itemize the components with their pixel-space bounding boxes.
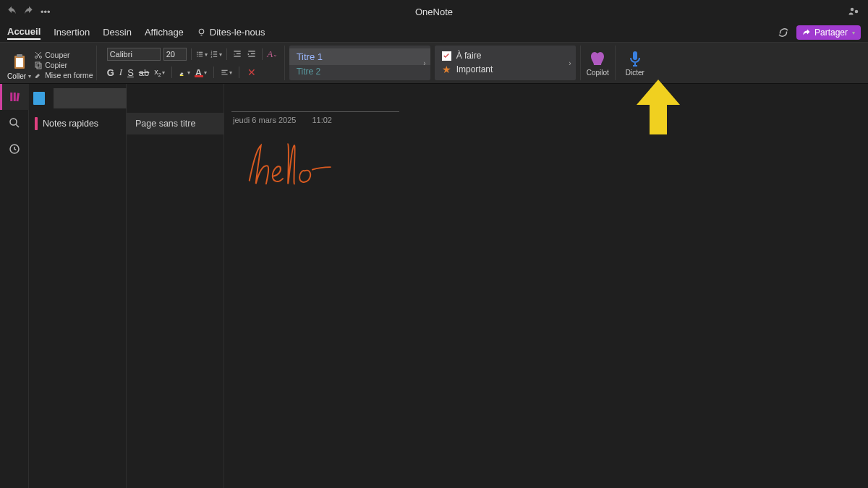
svg-rect-6 — [16, 58, 23, 67]
lightbulb-icon — [197, 27, 206, 37]
ribbon-tabs: Accueil Insertion Dessin Affichage Dites… — [0, 23, 868, 42]
font-family-select[interactable] — [107, 48, 161, 61]
svg-rect-16 — [198, 56, 203, 56]
italic-button[interactable]: I — [119, 67, 122, 78]
title-underline — [231, 111, 399, 112]
chevron-down-icon: ▾ — [852, 30, 855, 36]
svg-rect-28 — [248, 56, 255, 56]
redo-icon[interactable] — [23, 6, 35, 17]
style-heading2[interactable]: Titre 2 — [297, 67, 423, 77]
styles-group: Titre 1 Titre 2 › — [289, 46, 430, 80]
ribbon: Coller▾ Couper Copier Mise en forme ▾ 12… — [0, 42, 868, 84]
cut-button[interactable]: Couper — [34, 50, 93, 60]
copy-button[interactable]: Copier — [34, 60, 93, 70]
note-datetime: jeudi 6 mars 2025 11:02 — [233, 116, 332, 124]
ink-hello — [240, 139, 349, 199]
tags-gallery[interactable]: À faire ★ Important › — [435, 46, 576, 80]
svg-rect-14 — [198, 54, 203, 55]
title-bar: ••• OneNote — [0, 0, 868, 23]
svg-rect-10 — [37, 64, 41, 69]
section-quicknotes[interactable]: Notes rapides — [29, 113, 126, 134]
svg-point-1 — [855, 10, 859, 14]
svg-rect-29 — [180, 75, 184, 76]
page-untitled[interactable]: Page sans titre — [127, 113, 224, 134]
collab-icon[interactable] — [848, 5, 861, 18]
tab-view[interactable]: Affichage — [145, 27, 184, 39]
font-group: ▾ 123▾ A⌄ G I S ab x2▾ ▾ A▾ ▾ ✕ — [101, 46, 285, 80]
tag-important[interactable]: ★ Important — [442, 62, 569, 77]
svg-text:3: 3 — [210, 56, 212, 59]
svg-rect-33 — [633, 51, 637, 60]
bold-button[interactable]: G — [107, 67, 114, 78]
sections-panel: Notes rapides — [29, 84, 127, 488]
dictate-button[interactable]: Dicter — [620, 46, 650, 80]
svg-rect-34 — [10, 93, 12, 101]
styles-gallery[interactable]: Titre 1 Titre 2 › — [289, 46, 430, 80]
format-painter-button[interactable]: Mise en forme — [34, 70, 93, 80]
copilot-group[interactable]: Copilot — [580, 46, 616, 80]
svg-rect-35 — [14, 93, 16, 101]
svg-rect-25 — [234, 56, 240, 56]
svg-rect-12 — [198, 52, 203, 53]
svg-point-13 — [197, 53, 197, 54]
subscript-button[interactable]: x2▾ — [154, 67, 164, 77]
section-color-chip — [35, 117, 38, 130]
clipboard-icon — [11, 53, 28, 72]
svg-point-37 — [10, 119, 17, 125]
notebook-icon[interactable] — [33, 92, 45, 105]
underline-button[interactable]: S — [127, 67, 134, 78]
font-size-select[interactable] — [163, 48, 187, 61]
paste-button[interactable]: Coller▾ — [7, 53, 31, 80]
copy-icon — [34, 61, 43, 69]
svg-point-11 — [197, 52, 197, 53]
indent-button[interactable] — [246, 48, 258, 60]
svg-line-38 — [16, 124, 19, 127]
note-canvas[interactable]: jeudi 6 mars 2025 11:02 — [224, 84, 868, 488]
tab-home[interactable]: Accueil — [7, 26, 41, 40]
paintbrush-icon — [34, 71, 43, 80]
svg-point-2 — [199, 29, 204, 34]
rail-search[interactable] — [0, 110, 29, 136]
svg-point-0 — [851, 8, 854, 12]
number-list-button[interactable]: 123▾ — [210, 48, 222, 60]
svg-rect-36 — [16, 93, 20, 102]
bullet-list-button[interactable]: ▾ — [196, 48, 208, 60]
svg-rect-24 — [236, 53, 240, 54]
svg-rect-9 — [35, 62, 40, 67]
microphone-icon — [626, 50, 644, 67]
tab-insert[interactable]: Insertion — [54, 27, 90, 39]
tab-tellme[interactable]: Dites-le-nous — [197, 27, 265, 39]
delete-button[interactable]: ✕ — [246, 67, 258, 78]
books-icon — [9, 90, 22, 103]
share-button[interactable]: Partager ▾ — [796, 25, 861, 40]
highlight-button[interactable]: ▾ — [179, 67, 190, 78]
clear-format-button[interactable]: A⌄ — [267, 48, 278, 60]
font-color-button[interactable]: A▾ — [195, 67, 207, 78]
share-icon — [802, 28, 811, 37]
rail-notebooks[interactable] — [0, 84, 29, 110]
svg-rect-32 — [221, 74, 227, 74]
tab-draw[interactable]: Dessin — [103, 27, 132, 39]
navigation-rail — [0, 84, 29, 488]
more-icon[interactable]: ••• — [41, 7, 51, 17]
star-icon: ★ — [442, 64, 451, 75]
window-title: OneNote — [415, 7, 453, 17]
note-date: jeudi 6 mars 2025 — [233, 116, 296, 124]
svg-point-15 — [197, 56, 197, 56]
undo-icon[interactable] — [6, 6, 17, 17]
svg-rect-20 — [213, 54, 217, 55]
style-heading1[interactable]: Titre 1 — [289, 48, 430, 65]
tag-todo[interactable]: À faire — [442, 49, 569, 62]
tags-group: À faire ★ Important › — [435, 46, 576, 80]
sync-icon[interactable] — [777, 26, 790, 39]
outdent-button[interactable] — [231, 48, 243, 60]
strike-button[interactable]: ab — [139, 67, 149, 78]
chevron-right-icon: › — [569, 59, 571, 67]
svg-rect-18 — [213, 51, 217, 52]
align-button[interactable]: ▾ — [221, 67, 232, 78]
search-icon — [8, 116, 21, 129]
svg-rect-30 — [221, 70, 227, 71]
rail-recent[interactable] — [0, 136, 29, 162]
clock-icon — [8, 142, 21, 155]
chevron-right-icon: › — [423, 59, 425, 67]
